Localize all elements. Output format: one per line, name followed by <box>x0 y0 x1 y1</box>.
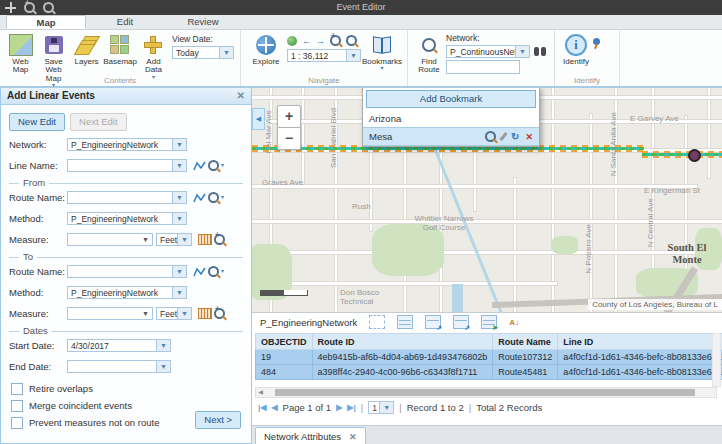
find-route-input[interactable] <box>446 60 520 74</box>
tab-network-attributes[interactable]: Network Attributes ✕ <box>255 427 366 444</box>
chevron-down-icon[interactable]: ▼ <box>172 266 186 277</box>
from-route-name-field[interactable]: ▼ <box>67 191 187 204</box>
bookmark-item-mesa[interactable]: Mesa ↻ ✕ <box>363 127 539 146</box>
bookmarks-button[interactable]: Bookmarks ▾ <box>361 32 403 71</box>
layers-button[interactable]: Layers <box>70 32 103 66</box>
full-extent-icon[interactable] <box>287 36 297 46</box>
chevron-down-icon[interactable]: ▼ <box>177 308 191 319</box>
new-edit-button[interactable]: New Edit <box>9 113 65 131</box>
selected-route-segment[interactable] <box>642 151 722 158</box>
table-row[interactable]: 19 4eb9415b-af6b-4d04-ab69-1d493476802b … <box>256 350 722 365</box>
retire-overlaps-checkbox[interactable] <box>11 383 23 395</box>
export-selected-icon[interactable]: ↗ <box>425 315 441 329</box>
close-tab-icon[interactable]: ✕ <box>349 432 357 442</box>
chevron-down-icon[interactable]: ▾ <box>221 269 224 274</box>
from-measure-field[interactable]: ▼ <box>67 233 153 246</box>
pushpin-icon[interactable] <box>593 38 600 45</box>
add-bookmark-button[interactable]: Add Bookmark <box>366 90 536 108</box>
to-measure-field[interactable]: ▼ <box>67 307 153 320</box>
page-number-select[interactable]: 1 ▼ <box>368 401 394 414</box>
to-unit-select[interactable]: Feet ▼ <box>156 307 192 320</box>
scrollbar-thumb[interactable] <box>275 389 695 396</box>
next-extent-icon[interactable]: → <box>316 36 325 46</box>
chevron-down-icon[interactable]: ▼ <box>172 287 186 298</box>
network-select[interactable]: P_ContinuousNetwork ▼ <box>446 45 530 58</box>
column-header[interactable]: OBJECTID <box>256 334 313 350</box>
collapse-panel-icon[interactable]: ◀ <box>252 108 265 130</box>
scale-select[interactable]: 1 : 36,112 ▼ <box>287 49 361 62</box>
show-selected-records-icon[interactable] <box>397 315 413 329</box>
chevron-down-icon[interactable]: ▾ <box>221 163 224 168</box>
delete-bookmark-icon[interactable]: ✕ <box>525 129 533 145</box>
column-header[interactable]: Route ID <box>312 334 493 350</box>
refresh-bookmark-icon[interactable]: ↻ <box>511 129 519 145</box>
next-edit-button[interactable]: Next Edit <box>70 113 127 131</box>
scroll-left-icon[interactable]: ◀ <box>256 388 265 397</box>
chevron-down-icon[interactable]: ▼ <box>172 139 186 150</box>
select-route-on-map-icon[interactable] <box>193 266 206 278</box>
view-date-select[interactable]: Today ▼ <box>172 46 234 59</box>
next-button[interactable]: Next > <box>195 411 241 429</box>
select-route-on-map-icon[interactable] <box>193 192 206 204</box>
add-data-button[interactable]: Add Data ▾ <box>137 32 170 80</box>
map-canvas[interactable]: E Garvey Ave E Kingerman St N Central Av… <box>252 86 722 312</box>
first-page-icon[interactable]: |◀ <box>258 403 266 412</box>
edit-bookmark-icon[interactable] <box>500 132 508 141</box>
column-header[interactable]: Line ID <box>558 334 722 350</box>
chevron-down-icon[interactable]: ▼ <box>142 308 152 319</box>
chevron-down-icon[interactable]: ▾ <box>221 195 224 200</box>
from-unit-select[interactable]: Feet ▼ <box>156 233 192 246</box>
zoom-in-map-icon[interactable]: + <box>330 35 341 46</box>
basemap-button[interactable]: Basemap <box>103 32 137 66</box>
previous-page-icon[interactable]: ◀ <box>271 403 277 412</box>
identify-button[interactable]: i Identify <box>559 32 593 66</box>
chevron-down-icon[interactable]: ▼ <box>219 47 233 58</box>
find-route-button[interactable]: Find Route <box>412 32 446 75</box>
select-line-on-map-icon[interactable] <box>193 160 206 172</box>
tab-edit[interactable]: Edit <box>86 15 164 29</box>
merge-coincident-checkbox[interactable] <box>11 400 23 412</box>
network-field[interactable]: P_EngineeringNetwork ▼ <box>67 138 187 151</box>
last-page-icon[interactable]: ▶| <box>347 403 355 412</box>
prevent-measures-checkbox[interactable] <box>11 417 23 429</box>
bookmark-item-arizona[interactable]: Arizona <box>363 111 539 127</box>
zoom-to-bookmark-icon[interactable] <box>485 131 496 142</box>
measure-on-map-icon[interactable] <box>198 234 212 245</box>
end-date-field[interactable]: ▼ <box>67 360 171 373</box>
tab-review[interactable]: Review <box>164 15 242 29</box>
horizontal-scrollbar[interactable]: ◀ <box>255 387 717 398</box>
table-row[interactable]: 484 a398ff4c-2940-4c00-96b6-c6343f8f1711… <box>256 365 722 380</box>
chevron-down-icon[interactable]: ▼ <box>379 402 393 413</box>
zoom-select-icon[interactable]: + <box>214 234 225 245</box>
map-zoom-out-button[interactable]: − <box>277 127 301 150</box>
chevron-down-icon[interactable]: ▼ <box>172 160 186 171</box>
export-all-icon[interactable]: ↗ <box>453 315 469 329</box>
zoom-select-icon[interactable] <box>208 266 219 277</box>
sort-icon[interactable]: A↓ <box>509 318 519 327</box>
start-date-field[interactable]: 4/30/2017 ▼ <box>67 339 171 352</box>
web-map-button[interactable]: Web Map <box>4 32 37 75</box>
line-name-field[interactable]: ▼ <box>67 159 187 172</box>
zoom-select-icon[interactable] <box>208 192 219 203</box>
chevron-down-icon[interactable]: ▼ <box>156 340 170 351</box>
column-header[interactable]: Route Name <box>493 334 558 350</box>
chevron-down-icon[interactable]: ▼ <box>172 213 186 224</box>
to-route-name-field[interactable]: ▼ <box>67 265 187 278</box>
zoom-select-icon[interactable] <box>208 160 219 171</box>
chevron-down-icon[interactable]: ▼ <box>156 361 170 372</box>
previous-extent-icon[interactable]: ← <box>302 36 311 46</box>
to-method-field[interactable]: P_EngineeringNetwork ▼ <box>67 286 187 299</box>
close-icon[interactable]: ✕ <box>237 90 245 101</box>
chevron-down-icon[interactable]: ▼ <box>142 234 152 245</box>
attribute-set-icon[interactable]: ➤ <box>481 315 497 329</box>
chevron-down-icon[interactable]: ▼ <box>177 234 191 245</box>
select-features-icon[interactable] <box>369 315 385 329</box>
chevron-down-icon[interactable]: ▼ <box>172 192 186 203</box>
measure-on-map-icon[interactable] <box>198 308 212 319</box>
chevron-down-icon[interactable]: ▼ <box>346 50 360 61</box>
zoom-select-icon[interactable]: + <box>214 308 225 319</box>
chevron-down-icon[interactable]: ▼ <box>515 46 529 57</box>
tab-map[interactable]: Map <box>6 15 86 29</box>
next-page-icon[interactable]: ▶ <box>336 403 342 412</box>
vertical-scrollbar[interactable] <box>712 333 721 387</box>
